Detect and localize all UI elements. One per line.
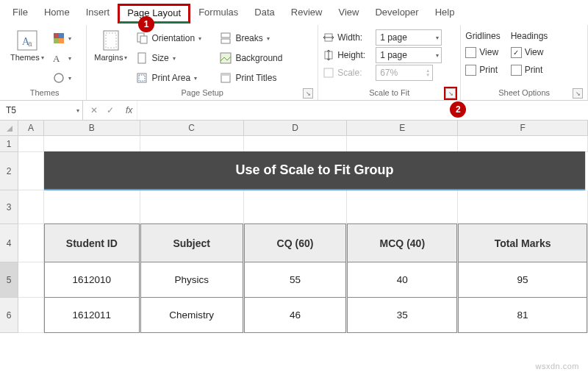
cell[interactable] [140,136,244,152]
row-header-5[interactable]: 5 [0,262,18,298]
chevron-down-icon: ▾ [124,54,127,61]
tab-home[interactable]: Home [36,4,78,24]
name-box[interactable]: T5 ▾ [0,101,83,120]
size-button[interactable]: Size▾ [133,49,214,67]
checkbox-icon [465,65,476,76]
select-all-corner[interactable] [0,121,18,136]
scale-value: 67% [380,68,398,78]
col-header-d[interactable]: D [244,121,348,136]
formula-input[interactable] [137,101,588,120]
tab-help[interactable]: Help [427,4,463,24]
table-data-cell[interactable]: 35 [347,298,458,333]
svg-rect-3 [54,33,59,38]
tab-page-layout[interactable]: Page Layout [118,4,190,24]
print-label: Print [479,65,498,75]
cell[interactable] [347,136,458,152]
cell[interactable] [18,298,44,333]
chevron-down-icon: ▾ [267,35,270,42]
chevron-down-icon: ▾ [41,54,44,61]
cell[interactable] [18,152,44,190]
cell[interactable] [18,136,44,152]
headings-view-checkbox[interactable]: ✓View [511,44,548,60]
cell[interactable] [244,190,348,224]
row-header-4[interactable]: 4 [0,224,18,262]
table-data-cell[interactable]: 1612011 [44,298,140,333]
tab-developer[interactable]: Developer [367,4,426,24]
height-combo[interactable]: 1 page▾ [376,47,442,63]
row-header-2[interactable]: 2 [0,152,18,190]
tab-insert[interactable]: Insert [78,4,118,24]
tab-view[interactable]: View [330,4,367,24]
tab-file[interactable]: File [4,4,36,24]
row-header-3[interactable]: 3 [0,190,18,224]
margins-button[interactable]: Margins▾ [91,28,130,63]
table-data-cell[interactable]: Chemistry [140,298,244,333]
cell[interactable] [458,190,588,224]
print-area-button[interactable]: Print Area▾ [133,69,214,87]
table-data-cell[interactable]: Physics [140,262,244,298]
table-data-cell[interactable]: 40 [347,262,458,298]
headings-print-checkbox[interactable]: Print [511,62,548,78]
cell[interactable] [244,136,348,152]
print-area-label: Print Area [151,73,190,83]
tab-formulas[interactable]: Formulas [190,4,246,24]
group-title-scale-to-fit: Scale to Fit [369,88,409,97]
cell[interactable] [458,136,588,152]
row-header-1[interactable]: 1 [0,136,18,152]
fx-icon[interactable]: fx [121,105,137,115]
margins-label: Margins [94,53,123,62]
cell[interactable] [44,190,140,224]
breaks-button[interactable]: Breaks▾ [217,29,298,47]
table-data-cell[interactable]: 81 [458,298,588,333]
group-scale-to-fit: Width: 1 page▾ Height: 1 page▾ Scale: 67… [318,25,461,100]
scale-to-fit-launcher[interactable]: ↘ [445,88,456,99]
effects-button[interactable]: ▾ [50,69,74,87]
colors-icon [53,32,65,44]
width-combo[interactable]: 1 page▾ [376,29,442,46]
cell[interactable] [18,190,44,224]
cell[interactable] [18,224,44,262]
table-data-cell[interactable]: 55 [244,262,348,298]
tab-data[interactable]: Data [246,4,282,24]
print-titles-button[interactable]: Print Titles [217,69,298,87]
tab-review[interactable]: Review [283,4,331,24]
size-icon [136,52,148,64]
page-setup-launcher[interactable]: ↘ [303,88,313,99]
table-header-cell[interactable]: MCQ (40) [347,224,458,262]
table-header-cell[interactable]: Subject [140,224,244,262]
title-cell[interactable]: Use of Scale to Fit Group [44,152,586,190]
table-data-cell[interactable]: 46 [244,298,348,333]
cell[interactable] [140,190,244,224]
col-header-b[interactable]: B [44,121,140,136]
fonts-button[interactable]: A ▾ [50,49,74,67]
row-header-6[interactable]: 6 [0,298,18,333]
col-header-f[interactable]: F [458,121,588,136]
col-header-c[interactable]: C [140,121,244,136]
cell[interactable] [18,262,44,298]
group-title-themes: Themes [7,87,82,99]
cancel-icon: ✕ [90,105,98,115]
print-label: Print [525,65,543,75]
table-header-cell[interactable]: Student ID [44,224,140,262]
chevron-down-icon: ▾ [68,55,71,62]
gridlines-print-checkbox[interactable]: Print [465,62,500,78]
svg-rect-25 [324,68,333,77]
table-header-cell[interactable]: Total Marks [458,224,588,262]
gridlines-view-checkbox[interactable]: View [465,44,500,60]
table-header-cell[interactable]: CQ (60) [244,224,348,262]
background-button[interactable]: Background [217,49,298,67]
svg-rect-17 [221,39,230,43]
col-header-a[interactable]: A [18,121,44,136]
table-data-cell[interactable]: 95 [458,262,588,298]
col-header-e[interactable]: E [347,121,458,136]
background-icon [220,52,232,64]
height-label: Height: [337,50,373,60]
cell[interactable] [44,136,140,152]
cell[interactable] [347,190,458,224]
svg-rect-16 [221,33,230,37]
themes-button[interactable]: Aa Themes▾ [7,28,47,63]
svg-text:a: a [28,40,32,48]
colors-button[interactable]: ▾ [50,29,74,47]
sheet-options-launcher[interactable]: ↘ [573,88,583,99]
table-data-cell[interactable]: 1612010 [44,262,140,298]
